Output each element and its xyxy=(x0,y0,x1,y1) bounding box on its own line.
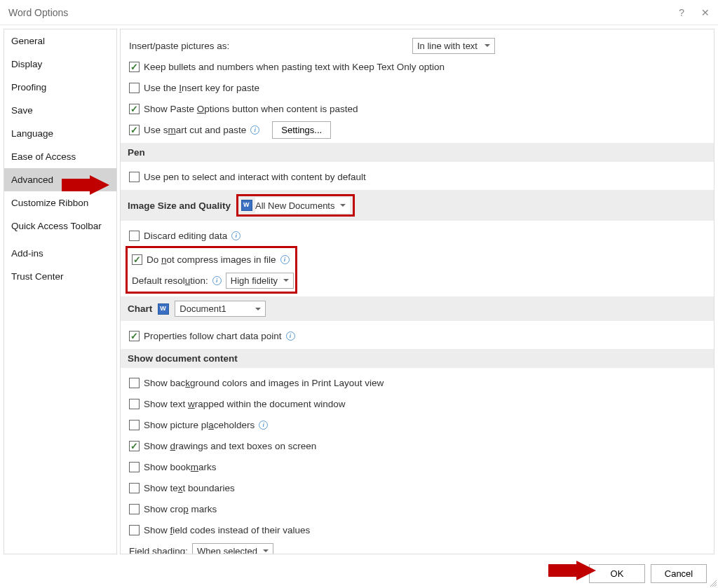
sidebar-item-proofing[interactable]: Proofing xyxy=(4,76,116,99)
sidebar-item-customize-ribbon[interactable]: Customize Ribbon xyxy=(4,191,116,214)
info-icon[interactable] xyxy=(286,331,295,341)
image-scope-dropdown[interactable]: All New Documents xyxy=(255,198,350,213)
sidebar-item-general[interactable]: General xyxy=(4,29,116,53)
chk-bookmarks[interactable] xyxy=(129,462,140,472)
chk-no-compress[interactable] xyxy=(132,254,142,265)
lbl-insert-key: Use the Insert key for paste xyxy=(144,83,259,93)
word-doc-icon xyxy=(241,200,252,211)
lbl-discard-editing: Discard editing data xyxy=(144,231,227,241)
chk-discard-editing[interactable] xyxy=(129,231,140,241)
settings-button[interactable]: Settings... xyxy=(272,121,331,139)
lbl-keep-bullets: Keep bullets and numbers when pasting te… xyxy=(144,62,445,72)
chk-text-wrapped[interactable] xyxy=(129,399,140,409)
chk-field-codes[interactable] xyxy=(129,525,140,535)
lbl-pic-placeholders: Show picture placeholders xyxy=(144,420,255,430)
lbl-use-pen: Use pen to select and interact with cont… xyxy=(144,172,366,182)
lbl-bookmarks: Show bookmarks xyxy=(144,462,217,472)
sidebar-item-ease-of-access[interactable]: Ease of Access xyxy=(4,145,116,168)
titlebar: Word Options ? ✕ xyxy=(0,0,718,25)
lbl-field-codes: Show field codes instead of their values xyxy=(144,525,310,535)
sidebar-item-advanced[interactable]: Advanced xyxy=(4,168,116,191)
chk-bg-colors[interactable] xyxy=(129,378,140,388)
chart-scope-dropdown[interactable]: Document1 xyxy=(175,301,266,317)
dialog-footer: OK Cancel xyxy=(0,559,718,588)
lbl-show-paste-options: Show Paste Options button when content i… xyxy=(144,104,358,114)
settings-content[interactable]: Insert/paste pictures as: In line with t… xyxy=(121,29,714,554)
sidebar-item-display[interactable]: Display xyxy=(4,53,116,76)
chk-chart-properties[interactable] xyxy=(129,331,140,341)
close-icon[interactable]: ✕ xyxy=(701,7,710,18)
sidebar-item-quick-access-toolbar[interactable]: Quick Access Toolbar xyxy=(4,214,116,238)
section-image-size-label: Image Size and Quality xyxy=(128,200,231,211)
lbl-bg-colors: Show background colors and images in Pri… xyxy=(144,378,384,388)
sidebar-item-save[interactable]: Save xyxy=(4,99,116,122)
chk-crop-marks[interactable] xyxy=(129,504,140,514)
section-chart-label: Chart xyxy=(128,303,152,314)
section-image-size: Image Size and Quality All New Documents xyxy=(121,190,714,221)
window-title: Word Options xyxy=(8,7,68,18)
info-icon[interactable] xyxy=(250,125,259,135)
field-shading-dropdown[interactable]: When selected xyxy=(192,543,273,554)
info-icon[interactable] xyxy=(280,255,290,264)
help-icon[interactable]: ? xyxy=(679,7,684,18)
default-resolution-label: Default resolution: xyxy=(132,275,208,286)
chk-insert-key[interactable] xyxy=(129,83,140,93)
insert-pictures-dropdown[interactable]: In line with text xyxy=(412,38,495,54)
lbl-crop-marks: Show crop marks xyxy=(144,504,217,514)
info-icon[interactable] xyxy=(231,231,241,240)
lbl-drawings: Show drawings and text boxes on screen xyxy=(144,441,316,451)
ok-button[interactable]: OK xyxy=(589,564,645,583)
lbl-text-wrapped: Show text wrapped within the document wi… xyxy=(144,399,345,409)
chk-keep-bullets[interactable] xyxy=(129,62,140,72)
lbl-text-boundaries: Show text boundaries xyxy=(144,483,235,493)
chk-pic-placeholders[interactable] xyxy=(129,420,140,430)
default-resolution-dropdown[interactable]: High fidelity xyxy=(226,273,294,289)
info-icon[interactable] xyxy=(259,421,268,430)
chk-text-boundaries[interactable] xyxy=(129,483,140,493)
chk-smart-cut[interactable] xyxy=(129,125,140,135)
chk-show-paste-options[interactable] xyxy=(129,104,140,114)
lbl-chart-properties: Properties follow chart data point xyxy=(144,331,282,341)
section-chart: Chart Document1 xyxy=(121,296,714,321)
section-show-document-content: Show document content xyxy=(121,349,714,368)
lbl-smart-cut: Use smart cut and paste xyxy=(144,125,246,135)
section-pen: Pen xyxy=(121,143,714,162)
chk-drawings[interactable] xyxy=(129,441,140,451)
field-shading-label: Field shading: xyxy=(129,546,188,554)
lbl-no-compress: Do not compress images in file xyxy=(147,254,276,265)
word-doc-icon xyxy=(158,303,169,315)
sidebar-item-add-ins[interactable]: Add-ins xyxy=(4,242,116,265)
chk-use-pen[interactable] xyxy=(129,172,140,182)
category-sidebar: General Display Proofing Save Language E… xyxy=(4,29,117,554)
info-icon[interactable] xyxy=(212,276,222,285)
insert-pictures-label: Insert/paste pictures as: xyxy=(129,41,408,51)
cancel-button[interactable]: Cancel xyxy=(651,564,707,583)
resize-grip[interactable] xyxy=(708,578,717,587)
sidebar-item-trust-center[interactable]: Trust Center xyxy=(4,265,116,288)
sidebar-item-language[interactable]: Language xyxy=(4,122,116,145)
